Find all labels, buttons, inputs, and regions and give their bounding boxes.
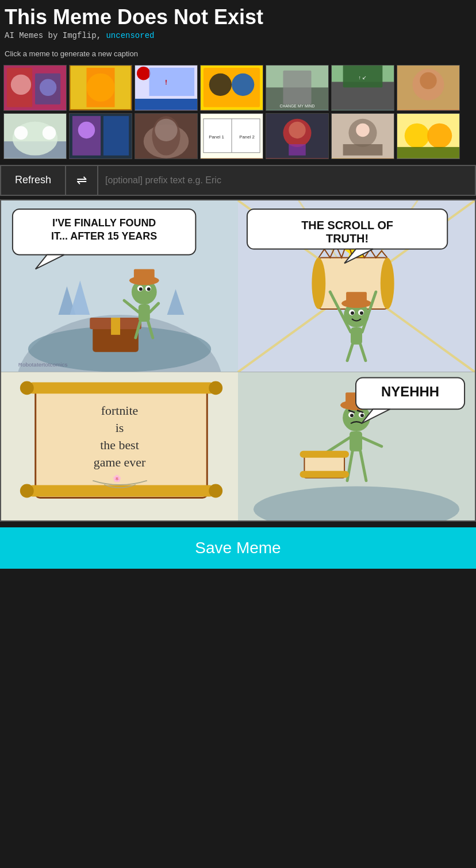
- svg-text:the best: the best: [100, 437, 139, 452]
- svg-rect-145: [300, 450, 349, 457]
- svg-point-97: [312, 257, 325, 309]
- svg-point-74: [139, 287, 143, 291]
- svg-rect-11: [135, 99, 197, 110]
- svg-text:Robotatertotcomics: Robotatertotcomics: [18, 361, 68, 367]
- svg-point-121: [20, 484, 34, 497]
- svg-rect-58: [397, 147, 459, 159]
- svg-point-37: [78, 122, 95, 138]
- main-meme-display: I'VE FINALLY FOUND IT... AFTER 15 YEARS …: [1, 200, 475, 520]
- shuffle-icon: ⇌: [76, 173, 87, 187]
- svg-text:CHANGE MY MIND: CHANGE MY MIND: [280, 104, 315, 108]
- svg-point-136: [360, 414, 364, 417]
- subtitle-text: AI Memes by Imgflip,: [5, 31, 101, 40]
- svg-rect-36: [103, 116, 129, 156]
- meme-thumb-10[interactable]: [135, 113, 198, 159]
- svg-rect-146: [300, 470, 349, 477]
- svg-point-98: [381, 257, 394, 309]
- meme-thumb-6[interactable]: ↑ ↙: [331, 65, 394, 111]
- page-header: This Meme Does Not Exist AI Memes by Img…: [0, 0, 476, 65]
- thumb-image-12: [266, 114, 328, 159]
- meme-thumb-1[interactable]: [3, 65, 67, 111]
- instruction-text: Click a meme to generate a new caption: [5, 49, 471, 58]
- svg-point-4: [40, 79, 56, 96]
- svg-text:!: !: [165, 79, 167, 86]
- shuffle-button[interactable]: ⇌: [66, 166, 98, 195]
- meme-thumb-14[interactable]: [397, 113, 460, 159]
- meme-row-1: ! CHANGE MY MIND: [3, 65, 473, 111]
- uncensored-link[interactable]: uncensored: [106, 31, 154, 40]
- svg-rect-12: [149, 68, 195, 96]
- svg-rect-101: [346, 292, 367, 304]
- meme-thumb-5[interactable]: CHANGE MY MIND: [266, 65, 329, 111]
- svg-text:Panel 1: Panel 1: [209, 135, 224, 140]
- svg-rect-106: [351, 327, 362, 345]
- thumb-image-4: [201, 65, 263, 110]
- page-title: This Meme Does Not Exist: [5, 6, 471, 29]
- svg-point-135: [350, 414, 354, 417]
- svg-point-16: [209, 74, 232, 96]
- svg-rect-118: [27, 485, 216, 496]
- svg-text:↑ ↙: ↑ ↙: [359, 75, 367, 80]
- svg-text:NYEHHH: NYEHHH: [381, 384, 439, 399]
- svg-text:THE SCROLL OF: THE SCROLL OF: [301, 218, 393, 231]
- thumb-image-1: [4, 65, 66, 110]
- thumb-image-6: ↑ ↙: [332, 65, 394, 110]
- save-meme-button[interactable]: Save Meme: [0, 527, 476, 569]
- svg-text:IT... AFTER 15 YEARS: IT... AFTER 15 YEARS: [51, 230, 157, 241]
- thumb-image-11: Panel 1 Panel 2: [201, 114, 263, 159]
- svg-point-10: [137, 67, 151, 80]
- thumb-image-7: [397, 65, 459, 110]
- thumb-image-9: [70, 114, 132, 159]
- svg-point-122: [209, 484, 222, 497]
- meme-thumb-13[interactable]: [331, 113, 394, 159]
- thumb-image-5: CHANGE MY MIND: [266, 65, 328, 110]
- svg-point-119: [20, 381, 34, 395]
- meme-thumb-3[interactable]: !: [135, 65, 198, 111]
- svg-text:TRUTH!: TRUTH!: [326, 232, 368, 244]
- svg-point-8: [86, 74, 114, 102]
- svg-point-28: [420, 72, 436, 89]
- svg-point-2: [11, 75, 31, 95]
- svg-text:Panel 2: Panel 2: [239, 135, 255, 140]
- meme-thumb-9[interactable]: [69, 113, 132, 159]
- svg-point-57: [427, 124, 452, 148]
- meme-thumbnail-grid: ! CHANGE MY MIND: [0, 65, 476, 161]
- thumb-image-14: [397, 114, 459, 159]
- thumb-image-10: [135, 114, 197, 159]
- meme-thumb-8[interactable]: [3, 113, 67, 159]
- svg-point-75: [147, 287, 151, 291]
- thumb-image-8: [4, 114, 66, 159]
- svg-point-104: [351, 311, 354, 315]
- svg-rect-53: [343, 144, 383, 156]
- meme-thumb-4[interactable]: [200, 65, 263, 111]
- svg-rect-139: [350, 431, 362, 452]
- svg-rect-117: [27, 382, 216, 394]
- meme-thumb-2[interactable]: [69, 65, 132, 111]
- svg-point-56: [405, 124, 429, 148]
- thumb-image-2: [70, 65, 132, 110]
- thumb-image-13: [332, 114, 394, 159]
- thumb-image-3: !: [135, 65, 197, 110]
- svg-point-120: [209, 381, 222, 395]
- svg-rect-78: [139, 304, 150, 322]
- refresh-button[interactable]: Refresh: [1, 166, 66, 195]
- meme-thumb-7[interactable]: [397, 65, 460, 111]
- svg-text:fortnite: fortnite: [101, 403, 138, 418]
- svg-point-17: [232, 74, 254, 96]
- svg-point-32: [14, 126, 28, 140]
- svg-point-105: [360, 311, 363, 315]
- svg-rect-77: [134, 269, 155, 280]
- toolbar: Refresh ⇌: [0, 165, 476, 196]
- svg-text:I'VE FINALLY FOUND: I'VE FINALLY FOUND: [52, 217, 156, 228]
- meme-thumb-12[interactable]: [266, 113, 329, 159]
- meme-thumb-11[interactable]: Panel 1 Panel 2: [200, 113, 263, 159]
- svg-rect-50: [289, 144, 305, 156]
- svg-rect-67: [111, 318, 120, 335]
- meme-row-2: Panel 1 Panel 2: [3, 113, 473, 159]
- svg-point-41: [155, 119, 177, 141]
- svg-rect-20: [283, 71, 311, 105]
- svg-point-49: [289, 122, 305, 138]
- svg-point-33: [43, 126, 56, 140]
- prefix-input[interactable]: [98, 166, 475, 195]
- svg-text:🌸: 🌸: [113, 473, 121, 482]
